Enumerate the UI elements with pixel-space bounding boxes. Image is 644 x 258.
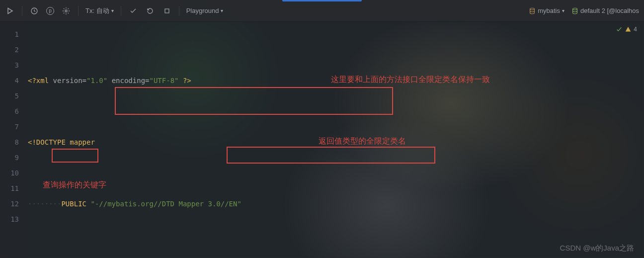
line-number: 12 bbox=[0, 196, 19, 212]
svg-point-3 bbox=[530, 8, 535, 10]
history-icon[interactable] bbox=[29, 6, 39, 16]
line-number: 5 bbox=[0, 88, 19, 104]
settings-icon[interactable] bbox=[61, 6, 71, 16]
code-editor[interactable]: 4 1 2 3 4 5 6 7 8 9 10 11 12 13 <?xml ve… bbox=[0, 22, 644, 258]
annotation-text: 查询操作的关键字 bbox=[43, 177, 106, 192]
line-number: 8 bbox=[0, 135, 19, 150]
rollback-icon[interactable]: p bbox=[46, 7, 54, 15]
database-icon bbox=[571, 7, 578, 14]
session-label: default 2 [@localhos bbox=[580, 7, 639, 14]
line-number: 9 bbox=[0, 150, 19, 166]
annotation-box bbox=[115, 87, 393, 115]
line-number: 13 bbox=[0, 212, 19, 227]
line-number: 4 bbox=[0, 73, 19, 88]
line-number: 6 bbox=[0, 104, 19, 119]
line-number: 1 bbox=[0, 27, 19, 42]
chevron-down-icon: ▾ bbox=[111, 8, 114, 13]
annotation-box bbox=[52, 149, 98, 163]
session-selector[interactable]: default 2 [@localhos bbox=[571, 7, 639, 14]
playground-dropdown[interactable]: Playground ▾ bbox=[186, 7, 224, 14]
playground-label: Playground bbox=[186, 7, 219, 14]
chevron-down-icon: ▾ bbox=[562, 8, 564, 13]
code-line: <?xml version="1.0" encoding="UTF-8" ?> bbox=[28, 73, 644, 88]
code-area[interactable]: <?xml version="1.0" encoding="UTF-8" ?> … bbox=[28, 22, 644, 258]
commit-icon[interactable] bbox=[128, 6, 138, 16]
code-line: <!DOCTYPE mapper bbox=[28, 135, 644, 150]
run-icon[interactable] bbox=[5, 6, 15, 16]
chevron-down-icon: ▾ bbox=[221, 8, 223, 13]
line-number: 3 bbox=[0, 58, 19, 73]
svg-rect-2 bbox=[165, 9, 169, 13]
line-number: 10 bbox=[0, 166, 19, 181]
code-line: ········PUBLIC "-//mybatis.org//DTD Mapp… bbox=[28, 196, 644, 212]
line-number: 7 bbox=[0, 119, 19, 135]
schema-icon bbox=[529, 7, 536, 14]
stop-icon[interactable] bbox=[162, 6, 172, 16]
revert-icon[interactable] bbox=[145, 6, 155, 16]
gutter: 1 2 3 4 5 6 7 8 9 10 11 12 13 bbox=[0, 22, 28, 258]
line-number: 11 bbox=[0, 181, 19, 196]
active-tab-indicator bbox=[282, 0, 362, 1]
svg-point-1 bbox=[65, 10, 67, 12]
tx-mode-dropdown[interactable]: Tx: 自动 ▾ bbox=[85, 6, 114, 15]
svg-point-4 bbox=[573, 8, 577, 10]
tx-mode-label: Tx: 自动 bbox=[85, 6, 109, 15]
line-number: 2 bbox=[0, 42, 19, 58]
run-toolbar: p Tx: 自动 ▾ Playground ▾ mybatis ▾ defaul… bbox=[0, 0, 644, 22]
schema-selector[interactable]: mybatis ▾ bbox=[529, 7, 564, 14]
schema-label: mybatis bbox=[538, 7, 560, 14]
